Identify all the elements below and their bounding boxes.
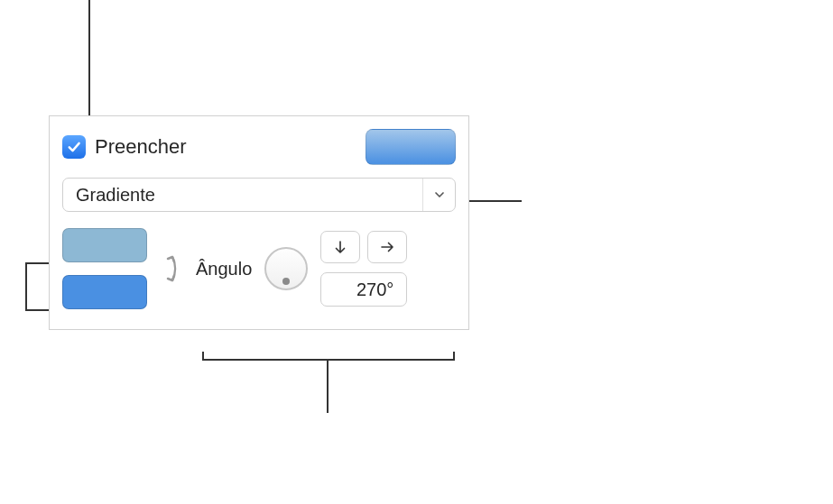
fill-panel: Preencher Gradiente	[49, 115, 469, 330]
arrow-right-icon	[379, 239, 395, 255]
fill-header-row: Preencher	[62, 129, 456, 165]
direction-down-button[interactable]	[320, 231, 360, 263]
fill-type-value: Gradiente	[76, 185, 422, 206]
fill-checkbox[interactable]	[62, 135, 86, 159]
gradient-stops-column	[62, 228, 147, 309]
angle-label: Ângulo	[196, 259, 252, 279]
angle-section: Ângulo	[196, 228, 456, 309]
callout-line	[202, 359, 455, 361]
callout-line	[25, 262, 27, 311]
swap-colors-button[interactable]	[153, 246, 180, 291]
callout-line	[88, 0, 90, 115]
angle-dial-indicator	[282, 278, 290, 285]
chevron-down-icon	[422, 179, 455, 211]
arrow-down-icon	[332, 239, 348, 255]
gradient-stops	[62, 228, 180, 309]
checkmark-icon	[66, 139, 82, 155]
angle-dial[interactable]	[264, 247, 308, 290]
gradient-controls: Ângulo	[62, 228, 456, 309]
gradient-color-well-2[interactable]	[62, 275, 147, 309]
fill-preview-swatch[interactable]	[366, 129, 456, 165]
fill-checkbox-group: Preencher	[62, 135, 187, 159]
angle-field[interactable]	[320, 272, 407, 307]
direction-buttons	[320, 231, 407, 263]
callout-line	[453, 352, 455, 361]
direction-right-button[interactable]	[367, 231, 407, 263]
direction-column	[320, 231, 407, 307]
gradient-color-well-1[interactable]	[62, 228, 147, 262]
fill-type-dropdown[interactable]: Gradiente	[62, 178, 456, 212]
callout-line	[327, 359, 329, 413]
callout-line	[469, 200, 522, 202]
fill-label: Preencher	[95, 135, 187, 159]
callout-line	[202, 352, 204, 361]
